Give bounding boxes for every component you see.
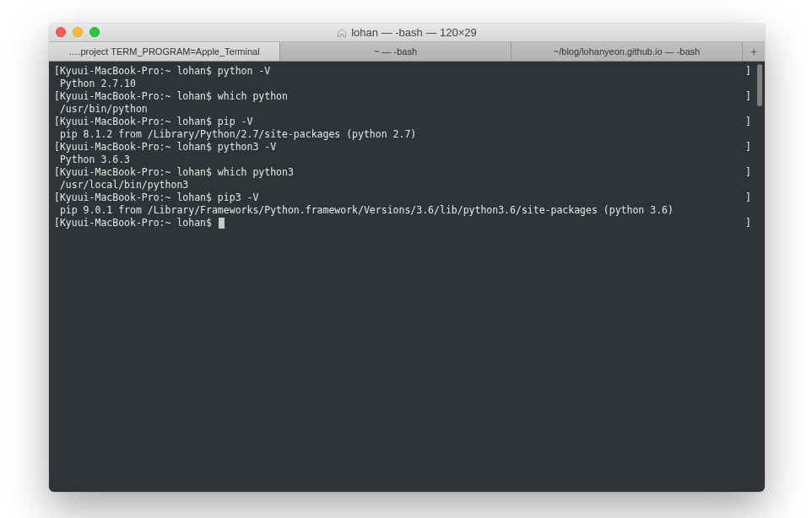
- prompt-close-bracket: ]: [745, 217, 751, 229]
- terminal-output: /usr/local/bin/python3: [54, 179, 760, 192]
- prompt-close-bracket: ]: [745, 192, 751, 203]
- prompt-close-bracket: ]: [745, 141, 751, 153]
- window-title: lohan — -bash — 120×29: [337, 26, 477, 39]
- terminal-body[interactable]: [Kyuui-MacBook-Pro:~ lohan$ python -V Py…: [49, 62, 765, 492]
- prompt-close-bracket: ]: [745, 116, 751, 127]
- terminal-line: [Kyuui-MacBook-Pro:~ lohan$ pip -V: [54, 116, 760, 128]
- window-title-text: lohan — -bash — 120×29: [351, 26, 477, 39]
- tab-label: ….project TERM_PROGRAM=Apple_Terminal: [68, 46, 259, 57]
- prompt-close-bracket: ]: [745, 90, 751, 102]
- cursor: [219, 218, 225, 229]
- titlebar[interactable]: lohan — -bash — 120×29: [49, 24, 765, 42]
- terminal-output: Python 3.6.3: [54, 154, 760, 166]
- terminal-output: /usr/bin/python: [54, 103, 760, 116]
- home-icon: [337, 28, 347, 38]
- terminal-window: lohan — -bash — 120×29 ….project TERM_PR…: [49, 24, 765, 492]
- terminal-line: [Kyuui-MacBook-Pro:~ lohan$ python3 -V: [54, 141, 760, 154]
- terminal-output: pip 9.0.1 from /Library/Frameworks/Pytho…: [54, 204, 760, 217]
- scrollbar-thumb[interactable]: [757, 64, 762, 106]
- close-icon[interactable]: [56, 27, 66, 37]
- tab-label: ~/blog/lohanyeon.github.io — -bash: [554, 46, 700, 57]
- zoom-icon[interactable]: [89, 27, 100, 37]
- tab-bar: ….project TERM_PROGRAM=Apple_Terminal ~ …: [49, 42, 765, 62]
- tab-label: ~ — -bash: [374, 46, 417, 57]
- tab-0[interactable]: ….project TERM_PROGRAM=Apple_Terminal: [49, 42, 280, 61]
- terminal-line: [Kyuui-MacBook-Pro:~ lohan$ pip3 -V: [54, 192, 760, 204]
- terminal-line: [Kyuui-MacBook-Pro:~ lohan$: [54, 217, 760, 229]
- add-tab-button[interactable]: +: [743, 42, 765, 61]
- minimize-icon[interactable]: [73, 27, 83, 37]
- tab-1[interactable]: ~ — -bash: [280, 42, 512, 61]
- prompt-close-bracket: ]: [745, 65, 751, 77]
- terminal-output: Python 2.7.10: [54, 78, 760, 90]
- terminal-content[interactable]: [Kyuui-MacBook-Pro:~ lohan$ python -V Py…: [49, 62, 765, 233]
- tab-2[interactable]: ~/blog/lohanyeon.github.io — -bash: [512, 42, 743, 61]
- plus-icon: +: [750, 45, 757, 58]
- traffic-lights: [56, 27, 100, 37]
- prompt-close-bracket: ]: [745, 166, 751, 178]
- terminal-line: [Kyuui-MacBook-Pro:~ lohan$ which python: [54, 90, 760, 103]
- terminal-line: [Kyuui-MacBook-Pro:~ lohan$ which python…: [54, 166, 760, 179]
- terminal-output: pip 8.1.2 from /Library/Python/2.7/site-…: [54, 128, 760, 141]
- terminal-line: [Kyuui-MacBook-Pro:~ lohan$ python -V: [54, 65, 760, 78]
